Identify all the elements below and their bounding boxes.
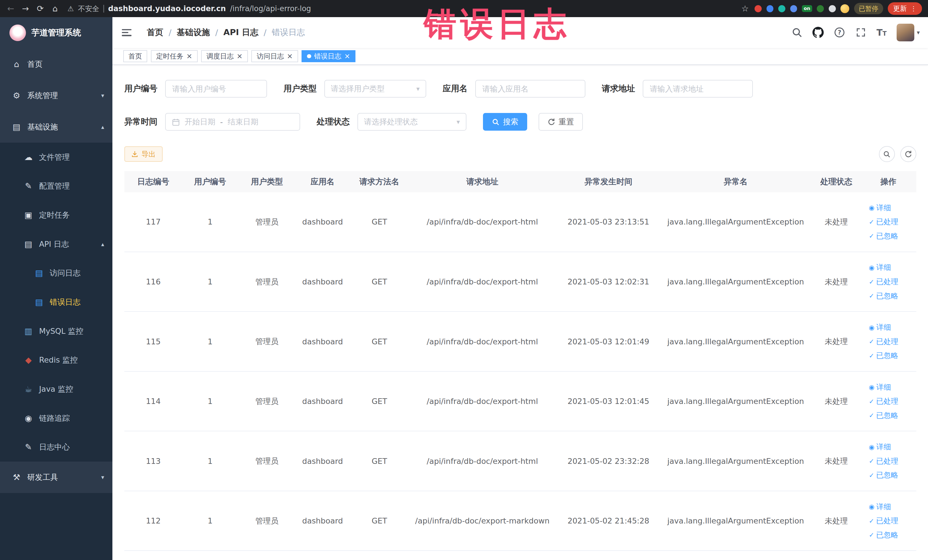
extension-on-badge[interactable]: on — [802, 5, 812, 12]
tab-error-logs-active[interactable]: 错误日志 × — [302, 50, 356, 62]
export-button[interactable]: 导出 — [124, 146, 163, 162]
process-status-select[interactable]: 请选择处理状态 ▾ — [357, 113, 466, 131]
calendar-icon — [172, 118, 180, 126]
request-url-input[interactable] — [643, 80, 753, 98]
sidebar-item-trace[interactable]: ◉ 链路追踪 — [0, 404, 112, 433]
ignore-link[interactable]: ✓已忽略 — [869, 231, 908, 241]
sidebar-item-error-logs[interactable]: ▤ 错误日志 — [0, 288, 112, 317]
breadcrumb-api-logs[interactable]: API 日志 — [223, 27, 258, 38]
ignore-link[interactable]: ✓已忽略 — [869, 351, 908, 360]
sidebar-item-infrastructure[interactable]: ▤ 基础设施 ▴ — [0, 111, 112, 143]
process-link[interactable]: ✓已处理 — [869, 217, 908, 227]
user-id-input[interactable] — [165, 80, 267, 98]
sidebar-item-access-logs[interactable]: ▤ 访问日志 — [0, 259, 112, 288]
cell-status: 未处理 — [810, 217, 863, 227]
sidebar-item-mysql-monitor[interactable]: ▥ MySQL 监控 — [0, 317, 112, 346]
detail-link[interactable]: ◉详细 — [869, 502, 908, 512]
sidebar-item-scheduled-tasks[interactable]: ▣ 定时任务 — [0, 201, 112, 230]
sidebar-item-config-management[interactable]: ✎ 配置管理 — [0, 172, 112, 201]
search-button[interactable]: 搜索 — [483, 113, 527, 131]
help-icon[interactable]: ? — [834, 27, 845, 38]
check-icon: ✓ — [869, 531, 875, 539]
browser-forward-icon[interactable]: → — [21, 4, 30, 14]
detail-link[interactable]: ◉详细 — [869, 262, 908, 272]
process-link[interactable]: ✓已处理 — [869, 277, 908, 287]
cell-exception: java.lang.IllegalArgumentException — [662, 337, 810, 346]
check-icon: ✓ — [869, 278, 875, 285]
cell-exception: java.lang.IllegalArgumentException — [662, 457, 810, 465]
hamburger-icon[interactable] — [112, 29, 142, 36]
close-icon[interactable]: × — [237, 53, 243, 60]
search-icon[interactable] — [791, 27, 803, 38]
cell-exception: java.lang.IllegalArgumentException — [662, 397, 810, 406]
refresh-button[interactable] — [901, 146, 916, 162]
user-type-select[interactable]: 请选择用户类型 ▾ — [324, 80, 426, 98]
cell-time: 2021-05-02 21:45:28 — [555, 516, 662, 525]
ignore-link[interactable]: ✓已忽略 — [869, 470, 908, 480]
sidebar-item-dev-tools[interactable]: ⚒ 研发工具 ▾ — [0, 462, 112, 493]
ignore-link[interactable]: ✓已忽略 — [869, 291, 908, 301]
sidebar-item-home[interactable]: ⌂ 首页 — [0, 49, 112, 80]
extension-blue-drop-icon[interactable] — [766, 5, 774, 12]
close-icon[interactable]: × — [287, 53, 293, 60]
breadcrumb-home[interactable]: 首页 — [147, 27, 163, 38]
process-link[interactable]: ✓已处理 — [869, 337, 908, 346]
close-icon[interactable]: × — [344, 53, 350, 60]
bookmark-star-icon[interactable]: ☆ — [740, 4, 750, 14]
tab-label: 调度日志 — [206, 52, 234, 61]
sidebar-item-file-management[interactable]: ☁ 文件管理 — [0, 143, 112, 172]
cell-user-id: 1 — [182, 277, 238, 286]
tab-scheduled-tasks[interactable]: 定时任务 × — [151, 50, 198, 62]
fullscreen-icon[interactable] — [855, 27, 866, 38]
extension-red-icon[interactable] — [754, 5, 762, 12]
sidebar-item-api-logs[interactable]: ▤ API 日志 ▴ — [0, 230, 112, 259]
ignore-link[interactable]: ✓已忽略 — [869, 410, 908, 421]
tab-schedule-logs[interactable]: 调度日志 × — [201, 50, 248, 62]
process-link[interactable]: ✓已处理 — [869, 516, 908, 526]
avatar[interactable] — [897, 24, 914, 41]
close-icon[interactable]: × — [186, 53, 192, 60]
detail-link[interactable]: ◉详细 — [869, 203, 908, 213]
cell-log-id: 116 — [124, 277, 182, 286]
sync-paused-badge[interactable]: 已暂停 — [854, 3, 883, 14]
extension-apps-icon[interactable] — [790, 5, 797, 12]
tab-home[interactable]: 首页 — [123, 50, 148, 62]
extension-teal-icon[interactable] — [778, 5, 785, 12]
user-menu[interactable]: ▾ — [897, 24, 920, 41]
cell-url: /api/infra/db-doc/export-html — [410, 397, 555, 406]
filter-app-name: 应用名 — [443, 80, 585, 98]
sidebar-item-redis-monitor[interactable]: ◆ Redis 监控 — [0, 346, 112, 375]
breadcrumb-infrastructure[interactable]: 基础设施 — [177, 27, 210, 38]
sidebar-item-label: Redis 监控 — [39, 355, 78, 365]
sidebar-logo[interactable]: 芋道管理系统 — [0, 17, 112, 49]
date-range-picker[interactable]: 开始日期 - 结束日期 — [165, 113, 300, 131]
browser-reload-icon[interactable]: ⟳ — [35, 4, 45, 14]
app-name-input[interactable] — [475, 80, 585, 98]
ignore-link[interactable]: ✓已忽略 — [869, 530, 908, 540]
toggle-search-button[interactable] — [879, 146, 895, 162]
address-bar[interactable]: ⚠ 不安全 dashboard.yudao.iocoder.cn/infra/l… — [67, 4, 735, 14]
reset-button[interactable]: 重置 — [539, 113, 583, 131]
browser-update-button[interactable]: 更新 ⋮ — [888, 2, 922, 15]
cell-status: 未处理 — [810, 396, 863, 406]
browser-home-icon[interactable]: ⌂ — [50, 4, 60, 14]
github-icon[interactable] — [812, 27, 824, 38]
detail-link[interactable]: ◉详细 — [869, 382, 908, 392]
browser-menu-icon[interactable]: ⋮ — [910, 5, 917, 12]
process-link[interactable]: ✓已处理 — [869, 456, 908, 466]
cell-app: dashboard — [296, 397, 349, 406]
font-size-icon[interactable]: TT — [876, 28, 886, 37]
detail-link[interactable]: ◉详细 — [869, 442, 908, 452]
extension-leaf-icon[interactable] — [817, 5, 824, 12]
cell-user-id: 1 — [182, 457, 238, 465]
detail-link[interactable]: ◉详细 — [869, 322, 908, 333]
browser-back-icon[interactable]: ← — [6, 4, 15, 14]
sidebar-item-java-monitor[interactable]: ☕ Java 监控 — [0, 375, 112, 404]
column-header: 应用名 — [296, 176, 349, 187]
sidebar-item-system-management[interactable]: ⚙ 系统管理 ▾ — [0, 80, 112, 111]
profile-avatar-icon[interactable] — [840, 4, 849, 13]
tab-access-logs[interactable]: 访问日志 × — [251, 50, 298, 62]
process-link[interactable]: ✓已处理 — [869, 396, 908, 406]
sidebar-item-log-center[interactable]: ✎ 日志中心 — [0, 433, 112, 462]
extension-paw-icon[interactable] — [829, 5, 836, 12]
